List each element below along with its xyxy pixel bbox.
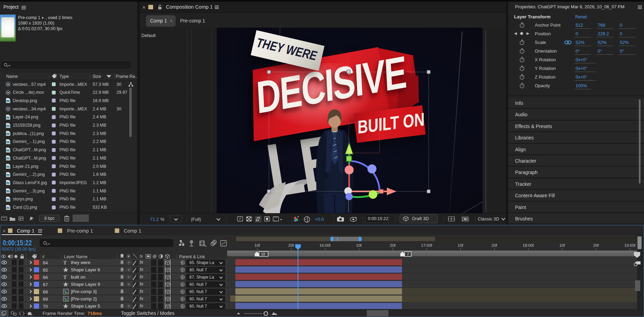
svg-text:7: 7 <box>407 252 409 256</box>
svg-text:fx: fx <box>140 254 143 259</box>
svg-text:10: 10 <box>261 252 265 256</box>
